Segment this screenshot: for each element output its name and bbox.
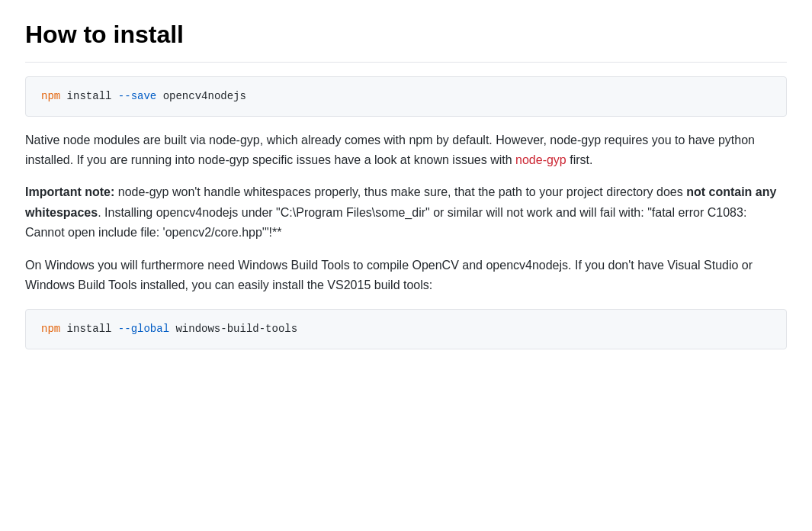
important-text-1: node-gyp won't handle whitespaces proper… xyxy=(114,185,686,198)
code-npm: npm xyxy=(41,90,60,102)
code-npm-2: npm xyxy=(41,323,60,335)
code-install: install xyxy=(60,90,118,102)
important-note-bold: Important note: xyxy=(25,185,114,198)
node-gyp-link[interactable]: node-gyp xyxy=(515,153,566,166)
text-after-link: first. xyxy=(566,153,593,166)
text-before-link: Native node modules are built via node-g… xyxy=(25,134,755,166)
code-flag-save: --save xyxy=(118,90,156,102)
code-install-2: install xyxy=(60,323,118,335)
code-package: opencv4nodejs xyxy=(156,90,246,102)
important-text-2: . Installing opencv4nodejs under "C:\Pro… xyxy=(25,206,746,239)
page-title: How to install xyxy=(25,15,787,63)
code-block-windows-build-tools: npm install --global windows-build-tools xyxy=(25,309,787,349)
code-package-2: windows-build-tools xyxy=(169,323,297,335)
code-flag-global: --global xyxy=(118,323,169,335)
paragraph-windows-tools: On Windows you will furthermore need Win… xyxy=(25,256,787,296)
paragraph-important-note: Important note: node-gyp won't handle wh… xyxy=(25,182,787,243)
code-block-install: npm install --save opencv4nodejs xyxy=(25,76,787,116)
paragraph-node-gyp-intro: Native node modules are built via node-g… xyxy=(25,130,787,171)
